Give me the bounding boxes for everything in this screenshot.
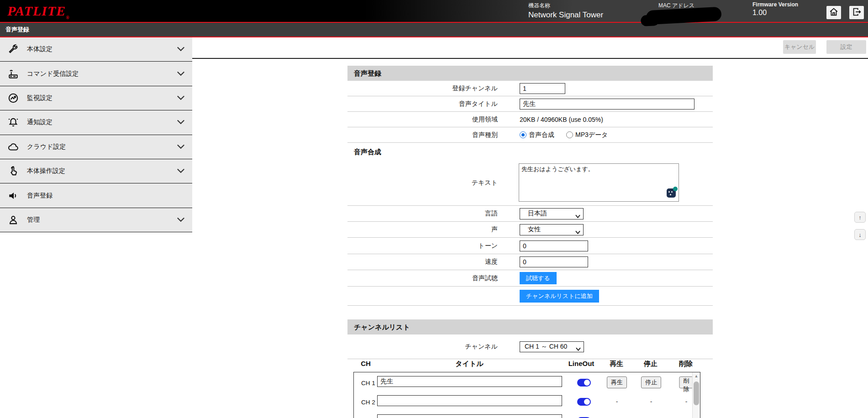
sidebar-item-label: 管理 [27, 216, 40, 224]
radio-speech-synthesis[interactable] [520, 131, 526, 138]
language-select-value: 日本語 [528, 209, 547, 218]
submit-button[interactable]: 設定 [826, 40, 866, 54]
form-row-preview: 音声試聴 試聴する [347, 270, 713, 287]
extension-overlay-icon[interactable] [667, 188, 676, 198]
sidebar-item-admin[interactable]: 管理 [0, 208, 192, 232]
wrench-icon [7, 43, 19, 55]
column-header-delete: 削除 [679, 360, 693, 371]
chevron-down-icon [575, 212, 580, 219]
app-header: PATLITE® 機器名称 Network Signal Tower MAC ア… [0, 0, 868, 22]
tone-label: トーン [347, 242, 498, 250]
home-button[interactable] [826, 6, 841, 19]
sidebar-item-label: 本体設定 [27, 45, 53, 53]
sidebar-item-cloud[interactable]: クラウド設定 [0, 135, 192, 159]
sidebar-item-body-operation[interactable]: 本体操作設定 [0, 159, 192, 183]
speed-input[interactable] [520, 256, 588, 267]
delete-button[interactable]: 削除 [679, 376, 694, 388]
device-name-label: 機器名称 [528, 2, 603, 10]
form-row-speed: 速度 [347, 254, 713, 270]
arrow-up-icon: ↑ [858, 214, 862, 221]
channel-range-select[interactable]: CH 1 ～ CH 60 [520, 341, 584, 352]
column-header-ch: CH [361, 360, 371, 371]
voice-select[interactable]: 女性 [520, 224, 584, 235]
firmware-group: Firmware Version 1.00 [752, 1, 798, 17]
firmware-label: Firmware Version [752, 1, 798, 8]
sidebar-item-label: コマンド受信設定 [27, 70, 79, 78]
voice-type-label: 音声種別 [347, 131, 498, 139]
device-name-group: 機器名称 Network Signal Tower [528, 2, 603, 20]
stop-button[interactable]: 停止 [641, 376, 661, 388]
page-scroll-up-button[interactable]: ↑ [854, 212, 866, 223]
row-ch-label: CH 1 [361, 380, 375, 387]
breadcrumb: 音声登録 [5, 23, 29, 37]
page-scroll-down-button[interactable]: ↓ [854, 229, 866, 240]
channel-list-section-header: チャンネルリスト [347, 319, 713, 334]
preview-button[interactable]: 試聴する [520, 272, 557, 284]
text-label: テキスト [347, 179, 498, 187]
sidebar-item-voice-registration[interactable]: 音声登録 [0, 183, 192, 208]
scrollbar-up-arrow-icon[interactable]: ▲ [693, 372, 700, 380]
row-ch-label: CH 2 [361, 399, 375, 406]
row-title-input[interactable] [377, 395, 562, 406]
lineout-toggle[interactable] [577, 379, 591, 387]
table-row: CH 1 再生 停止 削除 [354, 376, 700, 392]
scrollbar-thumb[interactable] [694, 381, 699, 405]
cancel-button[interactable]: キャンセル [783, 40, 816, 54]
form-row-voice: 声 女性 [347, 222, 713, 238]
add-to-channel-list-button[interactable]: チャンネルリストに追加 [520, 290, 599, 303]
form-row-usage: 使用領域 20KB / 40960KB (use 0.05%) [347, 112, 713, 127]
tone-input[interactable] [520, 240, 588, 251]
column-header-title: タイトル [455, 360, 483, 371]
chevron-down-icon [177, 70, 185, 78]
touch-icon [7, 165, 19, 177]
language-select[interactable]: 日本語 [520, 208, 584, 219]
play-button[interactable]: 再生 [607, 376, 627, 388]
play-placeholder: - [616, 398, 618, 405]
logout-icon [852, 7, 862, 18]
table-row: CH 2 - - - [354, 395, 700, 411]
voice-title-label: 音声タイトル [347, 100, 498, 108]
row-title-input[interactable] [377, 414, 562, 418]
sidebar-item-monitoring[interactable]: 監視設定 [0, 86, 192, 110]
delete-placeholder: - [685, 398, 688, 405]
chevron-down-icon [575, 228, 580, 235]
channel-input[interactable] [520, 83, 565, 94]
breadcrumb-bar: 音声登録 [0, 23, 868, 37]
sidebar-item-label: 通知設定 [27, 118, 53, 126]
section-title: チャンネルリスト [354, 319, 410, 334]
channel-range-select-value: CH 1 ～ CH 60 [525, 343, 567, 351]
sidebar-item-notification[interactable]: 通知設定 [0, 110, 192, 135]
voice-select-value: 女性 [528, 225, 541, 234]
voice-title-input[interactable] [520, 99, 694, 110]
voice-label: 声 [347, 225, 498, 234]
chevron-down-icon [177, 216, 185, 224]
lineout-toggle[interactable] [577, 398, 591, 406]
sidebar-nav: 本体設定 コマンド受信設定 監視設定 [0, 37, 192, 232]
receiver-icon [7, 68, 19, 80]
radio-mp3-data[interactable] [566, 131, 573, 138]
channel-label: 登録チャンネル [347, 84, 498, 93]
voice-registration-section-header: 音声登録 [347, 66, 713, 81]
sidebar-item-body-settings[interactable]: 本体設定 [0, 37, 192, 62]
sidebar-item-label: 音声登録 [27, 192, 53, 200]
home-icon [829, 7, 839, 18]
chevron-down-icon [177, 143, 185, 151]
firmware-version: 1.00 [752, 9, 798, 17]
sidebar-item-command-receive[interactable]: コマンド受信設定 [0, 62, 192, 86]
table-scrollbar[interactable]: ▲ [692, 372, 700, 418]
text-input[interactable]: 先生おはようございます。 [519, 163, 679, 202]
chevron-down-icon [576, 345, 581, 352]
speed-label: 速度 [347, 258, 498, 266]
toolbar-divider [192, 58, 868, 59]
usage-label: 使用領域 [347, 115, 498, 124]
monitoring-icon [7, 92, 19, 104]
logout-button[interactable] [849, 6, 864, 19]
sidebar-item-label: 本体操作設定 [27, 167, 65, 175]
form-row-tone: トーン [347, 238, 713, 254]
speech-synthesis-title: 音声合成 [354, 148, 381, 157]
column-header-lineout: LineOut [568, 360, 594, 371]
row-title-input[interactable] [377, 376, 562, 387]
patlite-logo: PATLITE® [7, 3, 70, 20]
device-name-value: Network Signal Tower [528, 10, 603, 20]
channel-table: CH 1 再生 停止 削除 CH 2 - - - CH 3 - - - ▲ [353, 372, 700, 418]
